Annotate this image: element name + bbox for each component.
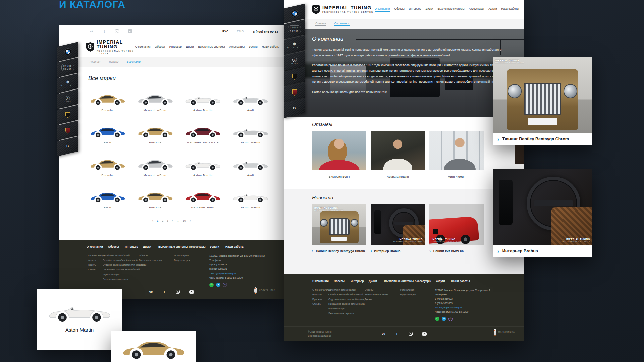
- footer-link[interactable]: Эксклюзивная окраска: [328, 312, 372, 315]
- car-card[interactable]: Mercedes-Benz: [136, 90, 175, 112]
- footer-heading-link[interactable]: Услуги: [436, 279, 445, 283]
- footer-heading-link[interactable]: Обвесы: [108, 245, 119, 248]
- footer-link[interactable]: Видеогалерея: [400, 293, 416, 296]
- car-card[interactable]: Audi: [231, 90, 270, 112]
- footer-link[interactable]: Шумоизоляция: [103, 273, 146, 276]
- breadcrumb-link[interactable]: Главная: [315, 22, 326, 26]
- review-card[interactable]: Виктория Боня: [312, 131, 366, 178]
- lang-rus[interactable]: РУС: [218, 25, 233, 37]
- breadcrumb-link[interactable]: Тюнинг: [109, 60, 119, 64]
- car-card[interactable]: Audi: [231, 156, 270, 177]
- logo[interactable]: IMPERIAL TUNINGPROFESSIONAL TUNING CENTE…: [312, 5, 373, 14]
- pagination-page[interactable]: 1: [157, 219, 158, 222]
- pagination-page[interactable]: 4: [172, 219, 173, 222]
- footer-link[interactable]: Выхлопные системы: [139, 259, 162, 262]
- review-card[interactable]: Митя Фомин: [429, 131, 484, 178]
- fb-icon[interactable]: [102, 29, 106, 33]
- whatsapp-icon[interactable]: ✆: [435, 317, 439, 321]
- footer-link[interactable]: Перешивка салона автомобилей: [328, 302, 372, 305]
- footer-phone-1[interactable]: 8 (495) 5459933: [209, 263, 280, 267]
- car-card[interactable]: Porsche: [136, 188, 175, 210]
- nav-item[interactable]: Выхлопные системы: [437, 7, 464, 12]
- telegram-icon[interactable]: ➤: [442, 317, 446, 321]
- footer-phone-1[interactable]: 8 (495) 5459933: [435, 297, 505, 301]
- car-card[interactable]: Aston Martin: [183, 90, 222, 112]
- vk-icon[interactable]: [149, 290, 153, 294]
- breadcrumb-link[interactable]: Все марки: [127, 60, 141, 64]
- nav-item[interactable]: Аксессуары: [229, 45, 245, 49]
- car-card[interactable]: Aston Martin: [183, 156, 222, 177]
- floating-card-aston-martin[interactable]: Aston Martin: [37, 289, 122, 350]
- footer-link[interactable]: Обвесы: [139, 254, 162, 257]
- footer-heading-link[interactable]: Выхлопные системы: [158, 245, 188, 248]
- viber-icon[interactable]: ✆: [448, 317, 453, 321]
- vk-icon[interactable]: [382, 332, 386, 336]
- footer-phone-2[interactable]: 8 (926) 9089933: [209, 267, 280, 272]
- nav-item[interactable]: Обвесы: [155, 45, 165, 49]
- news-card[interactable]: IMPERIAL TUNINGPROFESSIONAL TUNING CENTE…: [312, 204, 366, 253]
- news-card[interactable]: IMPERIAL TUNINGPROFESSIONAL TUNING CENTE…: [371, 204, 425, 253]
- footer-heading-link[interactable]: Наши работы: [225, 245, 244, 248]
- nav-item[interactable]: Наши работы: [262, 45, 279, 49]
- footer-phone-2[interactable]: 8 (926) 9089933: [435, 301, 505, 306]
- footer-link[interactable]: Шумоизоляция: [328, 307, 372, 310]
- car-card[interactable]: Mercedes-Benz: [183, 188, 222, 210]
- nav-item[interactable]: Наши работы: [501, 7, 519, 12]
- footer-link[interactable]: Диски: [139, 263, 162, 266]
- nav-item[interactable]: Выхлопные системы: [198, 45, 225, 49]
- lang-eng[interactable]: ENG: [233, 25, 248, 37]
- footer-heading-link[interactable]: Интерьер: [125, 245, 138, 248]
- footer-email[interactable]: zakaz@imperialtuning.ru: [435, 306, 505, 310]
- breadcrumb-link[interactable]: Главная: [90, 60, 100, 64]
- footer-heading-link[interactable]: Обвесы: [334, 279, 345, 283]
- car-card[interactable]: Aston Martin: [231, 188, 270, 210]
- ig-icon[interactable]: [409, 332, 413, 336]
- footer-heading-link[interactable]: О компании: [312, 279, 329, 283]
- pagination-page[interactable]: 3: [167, 219, 168, 222]
- fb-icon[interactable]: [162, 290, 166, 294]
- car-card[interactable]: BMW: [88, 123, 127, 145]
- footer-heading-link[interactable]: Аксессуары: [189, 245, 206, 248]
- studio-credit[interactable]: МАЛЬТОНИКА: [254, 287, 275, 293]
- yt-icon[interactable]: [128, 29, 132, 33]
- footer-link[interactable]: Выхлопные системы: [365, 293, 388, 296]
- nav-item[interactable]: Диски: [186, 45, 194, 49]
- nav-item[interactable]: Интерьер: [169, 45, 182, 49]
- ig-icon[interactable]: [176, 290, 180, 294]
- car-card[interactable]: Porsche: [88, 90, 127, 112]
- yt-icon[interactable]: [189, 290, 194, 294]
- nav-item[interactable]: О компании: [375, 7, 390, 12]
- footer-link[interactable]: Видеогалерея: [174, 259, 190, 262]
- pagination-next-icon[interactable]: ›: [190, 219, 191, 223]
- footer-heading-link[interactable]: Выхлопные системы: [384, 279, 414, 283]
- fb-icon[interactable]: [395, 332, 399, 336]
- header-phone[interactable]: 8 (495) 545 99 33: [248, 25, 278, 37]
- floating-card-brabus[interactable]: IMPERIAL TUNINGPROFESSIONAL TUNING CENTE…: [493, 169, 592, 257]
- news-card[interactable]: IMPERIAL TUNINGPROFESSIONAL TUNING CENTE…: [429, 204, 484, 253]
- car-card[interactable]: Aston Martin: [231, 123, 270, 145]
- footer-heading-link[interactable]: Аксессуары: [415, 279, 431, 283]
- ig-icon[interactable]: [115, 29, 119, 33]
- nav-item[interactable]: Аксессуары: [469, 7, 484, 12]
- studio-credit[interactable]: МАЛЬТОНИКА: [494, 329, 515, 335]
- footer-heading-link[interactable]: Услуги: [210, 245, 219, 248]
- nav-item[interactable]: Диски: [426, 7, 433, 12]
- pagination-page[interactable]: 2: [162, 219, 163, 222]
- review-card[interactable]: Арарата Кещян: [371, 131, 425, 178]
- car-card[interactable]: Mercedes-Benz: [136, 156, 175, 177]
- breadcrumb-link[interactable]: О компании: [334, 22, 350, 26]
- vk-icon[interactable]: [90, 29, 94, 33]
- nav-item[interactable]: Услуги: [488, 7, 497, 12]
- car-card[interactable]: Porsche: [88, 156, 127, 177]
- car-card[interactable]: Porsche: [136, 123, 175, 145]
- footer-link[interactable]: Обвесы: [365, 288, 388, 291]
- footer-link[interactable]: Фотогалерея: [174, 254, 190, 257]
- nav-item[interactable]: О компании: [135, 45, 151, 49]
- car-card[interactable]: Mercedes-AMG GT S: [183, 123, 222, 145]
- footer-link[interactable]: Диски: [365, 298, 388, 301]
- footer-heading-link[interactable]: Интерьер: [351, 279, 364, 283]
- footer-heading-link[interactable]: Наши работы: [451, 279, 470, 283]
- footer-link[interactable]: Перешивка салона автомобилей: [103, 268, 146, 271]
- floating-card-porsche[interactable]: [111, 331, 196, 362]
- yt-icon[interactable]: [422, 332, 427, 336]
